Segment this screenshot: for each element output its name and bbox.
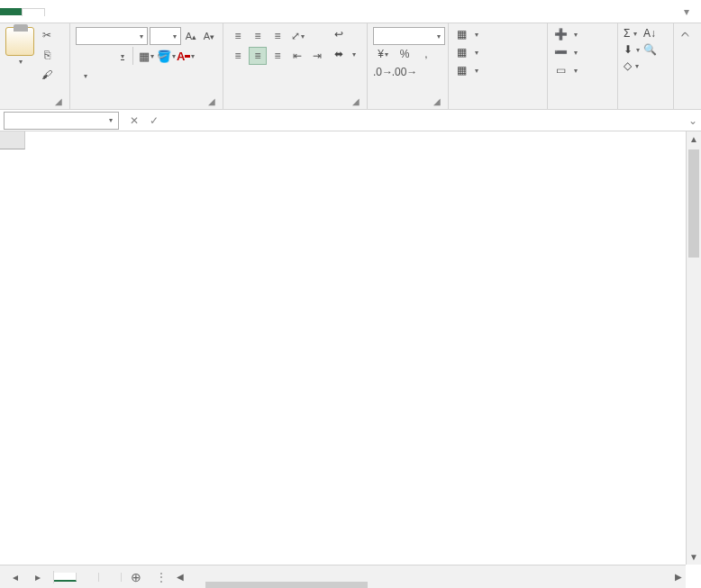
worksheet-grid[interactable] [0, 131, 701, 564]
add-sheet-icon[interactable]: ⊕ [122, 566, 150, 588]
enter-formula-icon[interactable]: ✓ [144, 112, 164, 130]
copy-icon[interactable]: ⎘ [38, 47, 56, 63]
scroll-left-icon[interactable]: ◀ [172, 572, 187, 582]
tab-file[interactable] [0, 8, 22, 15]
bold-button[interactable] [76, 47, 94, 65]
vertical-scrollbar[interactable]: ▲ ▼ [686, 131, 701, 565]
delete-icon: ➖ [553, 45, 568, 59]
tab-team[interactable] [218, 8, 240, 15]
fill-color-button[interactable]: 🪣▾ [157, 47, 175, 65]
comma-icon[interactable]: , [416, 45, 436, 63]
dec-decimal-icon[interactable]: .00→ [395, 63, 414, 81]
format-painter-icon[interactable]: 🖌 [38, 67, 56, 83]
tab-view[interactable] [153, 8, 175, 15]
format-as-table-button[interactable]: ▦▾ [454, 45, 478, 59]
align-center-icon[interactable]: ≡ [249, 47, 267, 65]
align-launcher-icon[interactable]: ◢ [350, 96, 361, 107]
h-thumb[interactable] [205, 582, 368, 589]
name-box[interactable]: ▾ [4, 112, 119, 130]
conditional-format-button[interactable]: ▦▾ [454, 27, 478, 41]
format-cells-button[interactable]: ▭▾ [553, 63, 578, 77]
expand-formula-icon[interactable]: ⌄ [685, 114, 701, 127]
group-edit: Σ▾ ⬇▾ ◇▾ A↓ 🔍 [618, 23, 674, 109]
phonetic-button[interactable]: ▾ [76, 67, 94, 85]
align-top-icon[interactable]: ≡ [229, 27, 247, 45]
paste-dropdown[interactable]: ▾ [19, 58, 23, 66]
cell-style-icon: ▦ [454, 63, 469, 77]
fx-icon[interactable] [164, 112, 184, 130]
tab-insert[interactable] [45, 8, 67, 15]
sort-icon: A↓ [643, 27, 656, 40]
italic-button[interactable] [96, 47, 114, 65]
number-launcher-icon[interactable]: ◢ [432, 96, 442, 107]
sheet-tab-1[interactable] [54, 573, 77, 582]
font-color-button[interactable]: A▾ [177, 47, 195, 65]
select-all-corner[interactable] [0, 131, 25, 149]
help-icon[interactable]: ▾ [678, 4, 696, 20]
tab-split-icon[interactable]: ⋮ [150, 571, 172, 583]
insert-icon: ➕ [553, 27, 568, 41]
percent-icon[interactable]: % [395, 45, 414, 63]
group-label-edit [624, 106, 668, 107]
v-thumb[interactable] [688, 149, 699, 258]
tab-formulas[interactable] [88, 8, 110, 15]
group-label-number: ◢ [373, 106, 442, 107]
cancel-formula-icon[interactable]: ✕ [124, 112, 144, 130]
group-styles: ▦▾ ▦▾ ▦▾ [449, 23, 548, 109]
sheet-tab-3[interactable] [99, 573, 122, 582]
scroll-right-icon[interactable]: ▶ [670, 572, 686, 582]
sort-filter-button[interactable]: A↓ [643, 27, 657, 40]
menubar: ▾ [0, 0, 701, 23]
tab-data[interactable] [110, 8, 132, 15]
tab-nav-first-icon[interactable]: ◂ [13, 571, 18, 583]
currency-icon[interactable]: ¥▾ [373, 45, 393, 63]
align-right-icon[interactable]: ≡ [269, 47, 287, 65]
underline-button[interactable]: ▾ [115, 47, 133, 65]
border-button[interactable]: ▦▾ [137, 47, 155, 65]
formula-bar: ▾ ✕ ✓ ⌄ [0, 110, 701, 131]
font-launcher-icon[interactable]: ◢ [206, 96, 217, 107]
group-label-alignment: ◢ [229, 106, 361, 107]
align-bottom-icon[interactable]: ≡ [269, 27, 287, 45]
shrink-font-icon[interactable]: A▾ [201, 27, 217, 45]
indent-inc-icon[interactable]: ⇥ [308, 47, 326, 65]
group-label-font: ◢ [76, 106, 217, 107]
scroll-down-icon[interactable]: ▼ [687, 549, 701, 565]
formula-input[interactable] [184, 112, 685, 130]
tab-developer[interactable] [175, 8, 196, 15]
wrap-text-button[interactable]: ↩ [332, 27, 356, 41]
collapse-ribbon-icon[interactable]: ᨈ [674, 23, 697, 109]
scroll-up-icon[interactable]: ▲ [687, 131, 701, 147]
clear-button[interactable]: ◇▾ [624, 59, 640, 72]
tab-home[interactable] [22, 8, 45, 16]
ribbon: ▾ ✂ ⎘ 🖌 ◢ ▾ ▾ A▴ A▾ ▾ [0, 23, 701, 110]
merge-icon: ⬌ [332, 47, 346, 61]
cell-styles-button[interactable]: ▦▾ [454, 63, 478, 77]
tab-loadtest[interactable] [196, 8, 218, 15]
font-size-select[interactable]: ▾ [150, 27, 181, 45]
paste-icon[interactable] [5, 27, 34, 56]
group-clipboard: ▾ ✂ ⎘ 🖌 ◢ [0, 23, 70, 109]
align-left-icon[interactable]: ≡ [229, 47, 247, 65]
clipboard-launcher-icon[interactable]: ◢ [53, 96, 64, 107]
fill-button[interactable]: ⬇▾ [624, 43, 640, 56]
orientation-icon[interactable]: ⤢▾ [288, 27, 306, 45]
group-alignment: ≡ ≡ ≡ ⤢▾ ≡ ≡ ≡ ⇤ ⇥ ↩ ⬌▾ ◢ [223, 23, 368, 109]
grow-font-icon[interactable]: A▴ [183, 27, 199, 45]
align-middle-icon[interactable]: ≡ [249, 27, 267, 45]
tab-page-layout[interactable] [67, 8, 88, 15]
merge-center-button[interactable]: ⬌▾ [332, 47, 356, 61]
group-label-cells [553, 106, 612, 107]
sheet-tab-2[interactable] [77, 573, 99, 582]
tab-nav-last-icon[interactable]: ▸ [35, 571, 41, 583]
indent-dec-icon[interactable]: ⇤ [288, 47, 306, 65]
number-format-select[interactable]: ▾ [373, 27, 445, 45]
delete-cells-button[interactable]: ➖▾ [553, 45, 578, 59]
cut-icon[interactable]: ✂ [38, 27, 56, 43]
tab-review[interactable] [132, 8, 153, 15]
font-name-select[interactable]: ▾ [76, 27, 148, 45]
find-select-button[interactable]: 🔍 [643, 43, 657, 56]
autosum-button[interactable]: Σ▾ [624, 27, 640, 40]
insert-cells-button[interactable]: ➕▾ [553, 27, 578, 41]
inc-decimal-icon[interactable]: .0→ [373, 63, 393, 81]
